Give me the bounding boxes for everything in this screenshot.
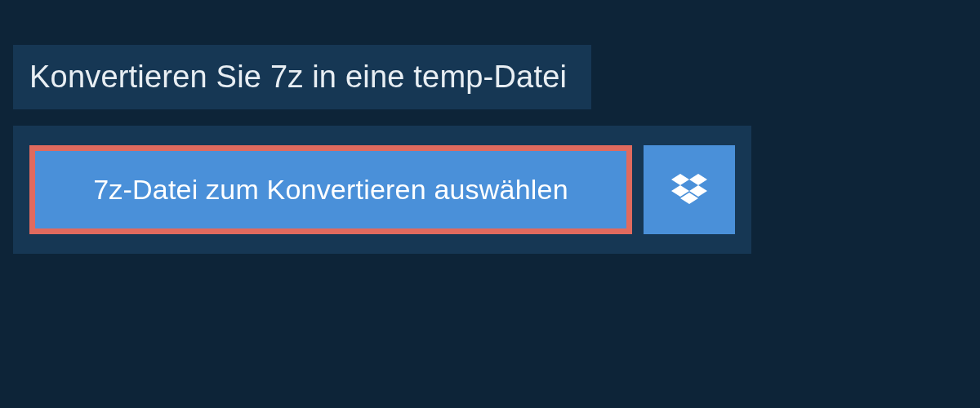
dropbox-icon xyxy=(671,174,707,206)
file-select-highlight: 7z-Datei zum Konvertieren auswählen xyxy=(29,145,632,234)
page-title: Konvertieren Sie 7z in eine temp-Datei xyxy=(29,60,567,95)
select-file-button[interactable]: 7z-Datei zum Konvertieren auswählen xyxy=(35,151,626,228)
page-root: Konvertieren Sie 7z in eine temp-Datei 7… xyxy=(0,0,980,254)
header-row: Konvertieren Sie 7z in eine temp-Datei xyxy=(0,0,980,109)
dropbox-button[interactable] xyxy=(644,145,735,234)
controls-panel: 7z-Datei zum Konvertieren auswählen xyxy=(13,126,751,254)
title-box: Konvertieren Sie 7z in eine temp-Datei xyxy=(13,45,591,109)
